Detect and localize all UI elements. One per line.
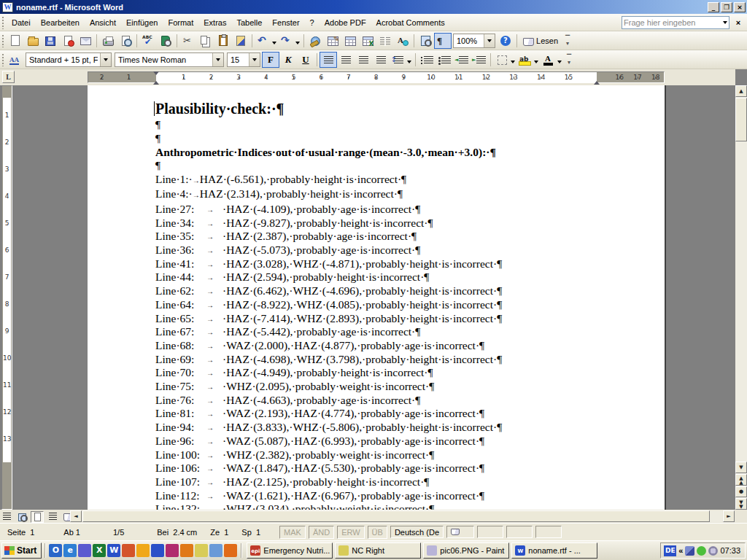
bullets-button[interactable] [436,52,453,68]
vertical-scrollbar[interactable]: ▲ ▼ ▲▲ ● ▼▼ [735,85,747,510]
vertical-scroll-thumb[interactable] [735,98,747,141]
green-status-icon[interactable] [697,546,706,556]
status-indicator[interactable]: ÜB [368,526,387,539]
menu-item[interactable]: Format [163,15,198,30]
redo-button[interactable] [278,33,295,49]
font-combo[interactable]: Times New Roman [115,52,224,67]
font-size-combo[interactable]: 15 [227,52,260,67]
highlight-button[interactable] [516,52,534,68]
menu-item[interactable]: Einfügen [121,15,163,30]
styles-pane-button[interactable] [7,52,24,68]
cut-button[interactable] [179,33,197,49]
columns-button[interactable] [376,33,394,49]
horizontal-ruler[interactable]: 21 123456789101112131415 161718 [88,71,665,83]
print-layout-view-button[interactable] [31,511,44,523]
line-spacing-button[interactable] [390,52,407,68]
read-layout-button[interactable]: Lesen [519,33,562,49]
quick-launch-icon[interactable] [166,544,179,557]
toolbar-options-icon[interactable]: ▔▾ [563,36,572,46]
scroll-right-icon[interactable]: ► [723,510,735,522]
open-button[interactable] [24,33,42,49]
email-button[interactable] [77,33,94,49]
start-button[interactable]: Start [1,542,42,559]
scroll-left-icon[interactable]: ◄ [70,510,82,522]
quick-launch-icon[interactable]: e [63,544,77,557]
quick-launch-icon[interactable] [122,544,135,557]
style-combo[interactable]: Standard + 15 pt, F [26,52,112,67]
print-button[interactable] [99,33,117,49]
first-line-indent-marker[interactable] [153,71,159,78]
numbering-button[interactable] [418,52,436,68]
outline-view-button[interactable] [46,510,59,521]
quick-launch-icon[interactable] [195,544,208,557]
italic-button[interactable]: K [279,52,297,68]
menu-item[interactable]: Extras [198,15,231,30]
decrease-indent-button[interactable] [453,52,471,68]
quick-launch-icon[interactable] [209,544,222,557]
toolbar-grip[interactable] [1,53,5,66]
align-center-button[interactable] [337,52,355,68]
research-button[interactable] [157,33,174,49]
justify-button[interactable] [372,52,390,68]
document-map-button[interactable] [417,33,434,49]
quick-launch-icon[interactable] [224,544,237,557]
quick-launch-icon[interactable] [151,544,164,557]
tray-chevron-icon[interactable]: « [678,546,683,555]
scroll-up-icon[interactable]: ▲ [735,85,747,97]
document-page[interactable]: Plausibility·check:·¶ ¶ ¶ Anthropometric… [88,85,665,510]
new-document-button[interactable] [7,33,24,49]
align-right-button[interactable] [355,52,372,68]
select-browse-object-icon[interactable]: ● [735,486,747,497]
bold-button[interactable]: F [262,52,279,68]
menubar-close-icon[interactable]: × [732,18,744,27]
network-icon[interactable] [685,546,694,556]
insert-excel-table-button[interactable] [359,33,376,49]
quick-launch-icon[interactable]: X [93,544,106,557]
borders-button[interactable] [493,52,511,68]
menu-item[interactable]: Datei [7,15,36,30]
tables-borders-button[interactable] [324,33,341,49]
menu-item[interactable]: Acrobat Comments [371,15,450,30]
help-button[interactable] [497,33,514,49]
status-indicator[interactable]: ERW [337,526,364,539]
paste-button[interactable] [214,33,232,49]
browse-previous-icon[interactable]: ▲▲ [735,474,747,486]
task-button[interactable]: Wnoname.rtf - ... [511,542,597,559]
task-button[interactable]: epiEmergency Nutri... [247,542,333,559]
font-color-button[interactable] [540,52,557,68]
undo-button[interactable] [255,33,272,49]
restore-button[interactable]: ❐ [721,2,732,12]
normal-view-button[interactable] [0,510,13,521]
scroll-down-icon[interactable]: ▼ [735,462,747,473]
toolbar-options-icon[interactable]: ▔▾ [565,55,573,65]
tab-selector-button[interactable]: L [2,71,15,83]
hanging-indent-marker[interactable] [153,78,159,85]
menu-item[interactable]: Adobe PDF [320,15,371,30]
quick-launch-icon[interactable]: O [49,544,62,557]
insert-table-button[interactable] [341,33,359,49]
question-box[interactable]: Frage hier eingeben [622,16,729,29]
minimize-button[interactable]: _ [708,2,719,12]
right-indent-marker[interactable] [594,78,600,85]
quick-launch-icon[interactable] [136,544,150,557]
vertical-ruler[interactable]: 12345678910111213 [1,85,12,510]
horizontal-scrollbar[interactable]: ◄ ► [0,510,735,523]
underline-button[interactable]: U [297,52,314,68]
status-spellcheck[interactable] [446,526,474,538]
chevron-down-icon[interactable] [723,21,727,26]
menu-item[interactable]: ? [305,15,320,30]
align-left-button[interactable] [320,52,337,68]
copy-button[interactable] [197,33,214,49]
spelling-button[interactable] [139,33,157,49]
close-button[interactable]: × [734,2,746,12]
browse-next-icon[interactable]: ▼▼ [735,498,747,510]
horizontal-scroll-thumb[interactable] [82,510,710,522]
status-indicator[interactable]: ÄND [309,526,334,539]
hyperlink-button[interactable] [306,33,324,49]
toolbar-grip[interactable] [1,34,5,47]
quick-launch-icon[interactable]: W [107,544,120,557]
show-hide-pilcrow-button[interactable] [434,33,452,49]
print-preview-button[interactable] [117,33,134,49]
toolbar-grip[interactable] [1,16,5,29]
quick-launch-icon[interactable] [78,544,91,557]
